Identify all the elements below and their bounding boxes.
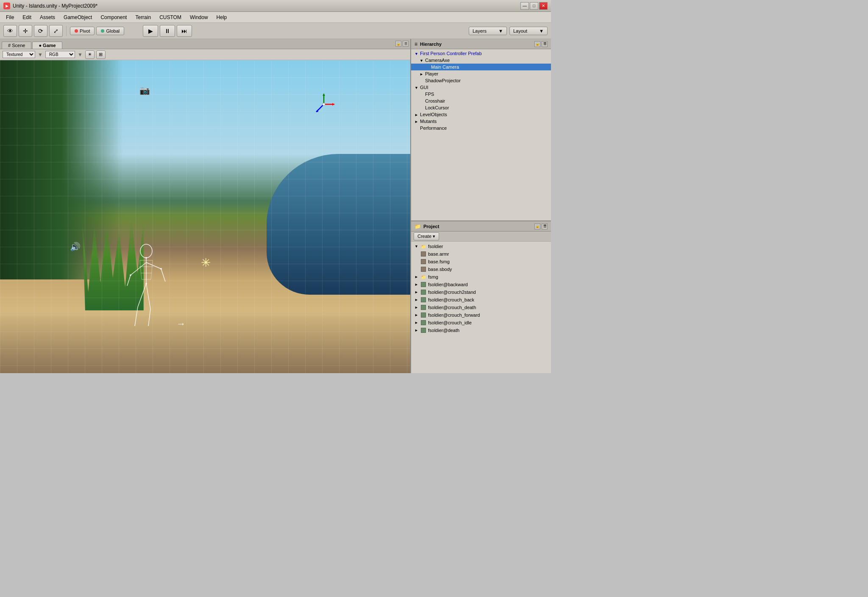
layout-arrow: ▼ xyxy=(539,28,544,33)
play-controls: ▶ ⏸ ⏭ xyxy=(143,25,192,37)
project-item-fsmg[interactable]: ► 📁 fsmg xyxy=(411,273,551,281)
svg-point-7 xyxy=(140,244,152,258)
project-item-fsoldier[interactable]: ▼ 📁 fsoldier xyxy=(411,243,551,250)
svg-line-10 xyxy=(146,262,161,269)
rotate-tool-button[interactable]: ⟳ xyxy=(34,25,47,37)
fps-label: FPS xyxy=(425,92,434,97)
global-label: Global xyxy=(106,28,120,33)
project-item-crouch-death[interactable]: ► fsoldier@crouch_death xyxy=(411,304,551,311)
viewport-tab-bar: # Scene ● Game 🔒 ☰ xyxy=(0,39,410,49)
global-indicator xyxy=(101,29,104,33)
step-button[interactable]: ⏭ xyxy=(177,25,192,37)
layers-dropdown[interactable]: Layers ▼ xyxy=(469,27,507,35)
player-label: Player xyxy=(425,71,438,76)
backward-label: fsoldier@backward xyxy=(428,282,468,287)
hierarchy-item-mutants[interactable]: ► Mutants xyxy=(411,118,551,125)
menu-component[interactable]: Component xyxy=(96,13,131,22)
anim-icon-death xyxy=(420,327,426,333)
game-tab[interactable]: ● Game xyxy=(32,42,62,49)
brightness-button[interactable]: ☀ xyxy=(85,50,95,59)
project-item-basesbody[interactable]: base.sbody xyxy=(411,265,551,273)
minimize-button[interactable]: — xyxy=(520,2,529,10)
lockcursor-label: LockCursor xyxy=(425,105,449,110)
viewport-area: # Scene ● Game 🔒 ☰ Textured Wireframe So… xyxy=(0,39,411,373)
anim-icon-backward xyxy=(420,282,426,287)
svg-line-15 xyxy=(135,307,138,326)
project-item-crouch-back[interactable]: ► fsoldier@crouch_back xyxy=(411,296,551,304)
hierarchy-content[interactable]: ▼ First Person Controller Prefab ▼ Camer… xyxy=(411,49,551,220)
pivot-label: Pivot xyxy=(80,28,90,33)
grid-overlay xyxy=(0,60,410,373)
project-item-crouch-idle[interactable]: ► fsoldier@crouch_idle xyxy=(411,319,551,326)
menu-terrain[interactable]: Terrain xyxy=(131,13,155,22)
camera-widget: 📷 xyxy=(139,85,150,95)
hierarchy-item-fps[interactable]: FPS xyxy=(411,91,551,98)
mesh-icon-basesbody xyxy=(420,266,426,272)
project-lock-button[interactable]: 🔒 xyxy=(534,223,540,229)
game-tab-icon: ● xyxy=(39,43,42,48)
toolbar-divider-1 xyxy=(66,26,67,36)
crouch-idle-label: fsoldier@crouch_idle xyxy=(428,320,472,325)
project-menu-button[interactable]: ☰ xyxy=(542,223,548,229)
hierarchy-item-maincamera[interactable]: Main Camera xyxy=(411,64,551,70)
global-button[interactable]: Global xyxy=(96,27,124,35)
hierarchy-item-cameraaxe[interactable]: ▼ CameraAxe xyxy=(411,57,551,64)
pause-button[interactable]: ⏸ xyxy=(160,25,175,37)
maximize-button[interactable]: □ xyxy=(530,2,538,10)
hierarchy-item-crosshair[interactable]: Crosshair xyxy=(411,98,551,104)
hierarchy-item-lockcursor[interactable]: LockCursor xyxy=(411,104,551,111)
project-icon: 📁 xyxy=(415,223,421,229)
move-tool-button[interactable]: ✛ xyxy=(19,25,32,37)
tab-lock-button[interactable]: 🔒 xyxy=(395,41,401,47)
scale-tool-button[interactable]: ⤢ xyxy=(49,25,63,37)
toggle-2d-button[interactable]: ⊞ xyxy=(96,50,106,59)
project-item-basearmr[interactable]: base.armr xyxy=(411,250,551,258)
crouch-back-label: fsoldier@crouch_back xyxy=(428,297,474,302)
color-mode-dropdown[interactable]: RGB Alpha xyxy=(45,51,75,58)
menu-window[interactable]: Window xyxy=(186,13,212,22)
hierarchy-item-fpcontroller[interactable]: ▼ First Person Controller Prefab xyxy=(411,50,551,57)
project-item-basefsmg[interactable]: base.fsmg xyxy=(411,258,551,265)
pivot-button[interactable]: Pivot xyxy=(70,27,95,35)
levelobjects-label: LevelObjects xyxy=(420,112,447,117)
project-item-backward[interactable]: ► fsoldier@backward xyxy=(411,281,551,288)
project-item-crouch2stand[interactable]: ► fsoldier@crouch2stand xyxy=(411,288,551,296)
arrow-fpcontroller: ▼ xyxy=(415,52,419,56)
hierarchy-item-player[interactable]: ► Player xyxy=(411,70,551,77)
play-button[interactable]: ▶ xyxy=(143,25,158,37)
scene-tab[interactable]: # Scene xyxy=(2,42,31,49)
folder-icon-fsoldier: 📁 xyxy=(420,243,426,249)
character-wireframe xyxy=(123,243,170,329)
game-tab-label: Game xyxy=(43,43,56,48)
fsoldier-label: fsoldier xyxy=(428,244,443,249)
hierarchy-menu-button[interactable]: ☰ xyxy=(542,41,548,47)
menu-gameobject[interactable]: GameObject xyxy=(59,13,96,22)
hierarchy-lock-button[interactable]: 🔒 xyxy=(534,41,540,47)
tab-menu-button[interactable]: ☰ xyxy=(403,41,409,47)
viewport-canvas[interactable]: 📷 🔊 ✳ xyxy=(0,60,410,373)
hierarchy-item-gui[interactable]: ▼ GUI xyxy=(411,84,551,91)
eye-tool-button[interactable]: 👁 xyxy=(3,25,17,37)
menu-custom[interactable]: CUSTOM xyxy=(155,13,186,22)
hierarchy-item-levelobjects[interactable]: ► LevelObjects xyxy=(411,111,551,118)
hierarchy-item-performance[interactable]: Performance xyxy=(411,125,551,131)
menu-edit[interactable]: Edit xyxy=(18,13,36,22)
create-button[interactable]: Create ▾ xyxy=(414,232,439,240)
menu-help[interactable]: Help xyxy=(212,13,231,22)
project-item-crouch-forward[interactable]: ► fsoldier@crouch_forward xyxy=(411,311,551,319)
project-item-death[interactable]: ► fsoldier@death xyxy=(411,326,551,334)
layout-dropdown[interactable]: Layout ▼ xyxy=(509,27,548,35)
close-button[interactable]: ✕ xyxy=(539,2,548,10)
project-header: 📁 Project 🔒 ☰ xyxy=(411,221,551,232)
hierarchy-item-shadowprojector[interactable]: ShadowProjector xyxy=(411,77,551,84)
maincamera-label: Main Camera xyxy=(431,64,459,70)
menu-file[interactable]: File xyxy=(2,13,18,22)
shading-dropdown[interactable]: Textured Wireframe Solid xyxy=(3,51,35,58)
menu-assets[interactable]: Assets xyxy=(36,13,59,22)
anim-icon-crouch-back xyxy=(420,297,426,303)
svg-line-16 xyxy=(148,309,150,326)
mesh-icon-basearmr xyxy=(420,251,426,257)
svg-line-21 xyxy=(140,260,142,279)
project-content[interactable]: ▼ 📁 fsoldier base.armr base.fsmg xyxy=(411,242,551,373)
layers-arrow: ▼ xyxy=(498,28,503,33)
